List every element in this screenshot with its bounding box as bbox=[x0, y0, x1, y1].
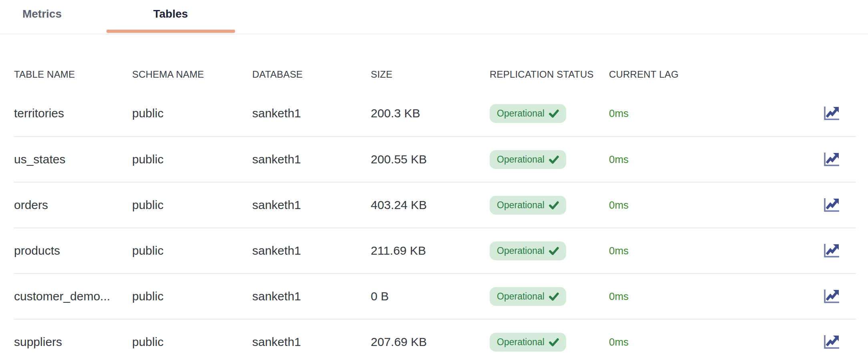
cell-size: 0 B bbox=[371, 290, 490, 303]
cell-database: sanketh1 bbox=[252, 153, 371, 166]
cell-replication-status: Operational bbox=[490, 241, 609, 260]
cell-database: sanketh1 bbox=[252, 107, 371, 120]
cell-schema-name: public bbox=[132, 290, 252, 303]
cell-database: sanketh1 bbox=[252, 335, 371, 349]
check-icon bbox=[549, 201, 559, 209]
column-header-current-lag: CURRENT LAG bbox=[609, 69, 822, 80]
column-header-table-name: TABLE NAME bbox=[14, 69, 132, 80]
tab-bar: Metrics Tables bbox=[0, 0, 868, 34]
chart-line-icon bbox=[822, 197, 841, 213]
view-table-metrics-button[interactable] bbox=[822, 151, 841, 168]
table-row: suppliers public sanketh1 207.69 KB Oper… bbox=[14, 319, 856, 362]
cell-actions bbox=[822, 334, 856, 350]
cell-database: sanketh1 bbox=[252, 290, 371, 303]
status-badge: Operational bbox=[490, 287, 566, 306]
column-header-size: SIZE bbox=[371, 69, 490, 80]
cell-size: 207.69 KB bbox=[371, 335, 490, 349]
status-badge-label: Operational bbox=[497, 109, 545, 118]
cell-replication-status: Operational bbox=[490, 333, 609, 352]
cell-current-lag: 0ms bbox=[609, 199, 822, 211]
table-row: customer_demo... public sanketh1 0 B Ope… bbox=[14, 273, 856, 319]
view-table-metrics-button[interactable] bbox=[822, 288, 841, 305]
status-badge: Operational bbox=[490, 150, 566, 169]
table-row: us_states public sanketh1 200.55 KB Oper… bbox=[14, 136, 856, 182]
cell-actions bbox=[822, 242, 856, 259]
cell-table-name: customer_demo... bbox=[14, 290, 132, 303]
chart-line-icon bbox=[822, 288, 841, 305]
cell-replication-status: Operational bbox=[490, 196, 609, 215]
cell-schema-name: public bbox=[132, 244, 252, 257]
table-header-row: TABLE NAME SCHEMA NAME DATABASE SIZE REP… bbox=[14, 34, 856, 90]
cell-current-lag: 0ms bbox=[609, 290, 822, 303]
table-row: territories public sanketh1 200.3 KB Ope… bbox=[14, 90, 856, 136]
cell-table-name: us_states bbox=[14, 153, 132, 166]
chart-line-icon bbox=[822, 105, 841, 122]
cell-actions bbox=[822, 151, 856, 168]
cell-current-lag: 0ms bbox=[609, 153, 822, 166]
cell-table-name: territories bbox=[14, 107, 132, 120]
tab-tables[interactable]: Tables bbox=[106, 8, 235, 20]
table-body: territories public sanketh1 200.3 KB Ope… bbox=[14, 90, 856, 362]
status-badge-label: Operational bbox=[497, 292, 545, 301]
cell-actions bbox=[822, 105, 856, 122]
cell-table-name: suppliers bbox=[14, 335, 132, 349]
cell-database: sanketh1 bbox=[252, 198, 371, 212]
cell-schema-name: public bbox=[132, 107, 252, 120]
column-header-schema-name: SCHEMA NAME bbox=[132, 69, 252, 80]
cell-current-lag: 0ms bbox=[609, 107, 822, 120]
status-badge-label: Operational bbox=[497, 201, 545, 210]
cell-current-lag: 0ms bbox=[609, 245, 822, 257]
cell-size: 403.24 KB bbox=[371, 198, 490, 212]
cell-actions bbox=[822, 288, 856, 305]
chart-line-icon bbox=[822, 334, 841, 350]
cell-size: 200.55 KB bbox=[371, 153, 490, 166]
status-badge: Operational bbox=[490, 104, 566, 123]
tab-metrics[interactable]: Metrics bbox=[10, 8, 74, 20]
table-row: products public sanketh1 211.69 KB Opera… bbox=[14, 227, 856, 273]
cell-schema-name: public bbox=[132, 153, 252, 166]
status-badge: Operational bbox=[490, 241, 566, 260]
status-badge-label: Operational bbox=[497, 246, 545, 255]
view-table-metrics-button[interactable] bbox=[822, 105, 841, 122]
cell-table-name: products bbox=[14, 244, 132, 257]
cell-size: 211.69 KB bbox=[371, 244, 490, 257]
active-tab-underline bbox=[106, 30, 235, 33]
check-icon bbox=[549, 292, 559, 301]
cell-replication-status: Operational bbox=[490, 150, 609, 169]
cell-schema-name: public bbox=[132, 335, 252, 349]
status-badge-label: Operational bbox=[497, 155, 545, 164]
check-icon bbox=[549, 338, 559, 346]
cell-current-lag: 0ms bbox=[609, 336, 822, 348]
cell-schema-name: public bbox=[132, 198, 252, 212]
view-table-metrics-button[interactable] bbox=[822, 242, 841, 259]
status-badge: Operational bbox=[490, 333, 566, 352]
status-badge-label: Operational bbox=[497, 338, 545, 347]
cell-replication-status: Operational bbox=[490, 104, 609, 123]
view-table-metrics-button[interactable] bbox=[822, 197, 841, 213]
status-badge: Operational bbox=[490, 196, 566, 215]
column-header-database: DATABASE bbox=[252, 69, 371, 80]
check-icon bbox=[549, 247, 559, 255]
cell-replication-status: Operational bbox=[490, 287, 609, 306]
table-row: orders public sanketh1 403.24 KB Operati… bbox=[14, 182, 856, 227]
column-header-replication-status: REPLICATION STATUS bbox=[490, 69, 609, 80]
check-icon bbox=[549, 155, 559, 164]
cell-size: 200.3 KB bbox=[371, 107, 490, 120]
chart-line-icon bbox=[822, 242, 841, 259]
cell-database: sanketh1 bbox=[252, 244, 371, 257]
chart-line-icon bbox=[822, 151, 841, 168]
check-icon bbox=[549, 109, 559, 118]
cell-table-name: orders bbox=[14, 198, 132, 212]
cell-actions bbox=[822, 197, 856, 213]
tables-list: TABLE NAME SCHEMA NAME DATABASE SIZE REP… bbox=[14, 34, 856, 362]
view-table-metrics-button[interactable] bbox=[822, 334, 841, 350]
